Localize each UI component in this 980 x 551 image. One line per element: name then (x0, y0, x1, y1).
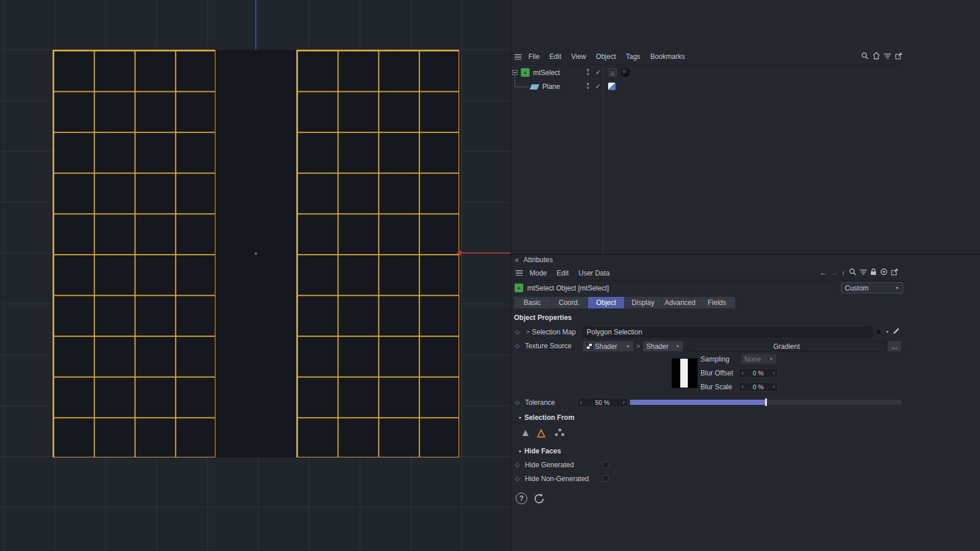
keyframe-diamond-icon: ◇ (515, 343, 520, 349)
attributes-object-title: mtSelect Object [mtSelect] (527, 284, 609, 292)
polygon-selection-source-icon[interactable]: △ (537, 427, 545, 438)
selection-tag-drop-icon[interactable]: ▲ (875, 327, 882, 334)
popout-icon[interactable] (891, 269, 898, 277)
tab-object[interactable]: Object (588, 297, 625, 308)
popout-icon[interactable] (895, 53, 902, 61)
shader-sub-dropdown-value: Shader (646, 342, 669, 351)
tab-fields[interactable]: Fields (699, 297, 736, 308)
increment-icon[interactable]: › (770, 370, 777, 376)
preset-dropdown-value: Custom (845, 284, 869, 292)
tolerance-value[interactable]: 50 % (584, 399, 621, 406)
home-icon[interactable] (873, 52, 880, 61)
hide-non-generated-checkbox[interactable] (602, 475, 609, 482)
increment-icon[interactable]: › (620, 399, 627, 405)
blur-scale-label: Blur Scale (700, 383, 732, 391)
collapse-triangle-icon: ▼ (518, 449, 522, 453)
help-icon[interactable]: ? (516, 493, 527, 504)
panel-menu-icon[interactable] (516, 270, 523, 276)
visibility-dots-icon[interactable] (586, 83, 590, 89)
up-arrow-icon[interactable]: ↑ (841, 269, 845, 277)
lock-icon[interactable] (870, 268, 877, 277)
sampling-dropdown-value: None (744, 355, 761, 363)
enable-check-icon[interactable]: ✓ (595, 83, 601, 90)
points-source-icon[interactable] (555, 429, 564, 436)
texture-source-dropdown[interactable]: Shader ▼ (583, 341, 634, 352)
texture-tag-icon[interactable] (621, 68, 629, 77)
search-icon[interactable] (861, 52, 869, 61)
polygons-source-icon[interactable]: ▲ (520, 427, 531, 438)
panel-menu-icon[interactable] (515, 54, 521, 59)
selection-tag-glyph: △ (610, 70, 614, 76)
tab-coord[interactable]: Coord. (551, 297, 588, 308)
attributes-tabs: Basic Coord. Object Display Advanced Fie… (514, 297, 736, 308)
menu-edit[interactable]: Edit (557, 269, 569, 277)
gradient-shader-button-label: Gradient (773, 342, 800, 351)
tab-display[interactable]: Display (625, 297, 662, 308)
object-properties-title: Object Properties (514, 314, 572, 322)
object-name-plane[interactable]: Plane (542, 83, 560, 91)
object-row-plane[interactable]: Plane ✓ (511, 80, 904, 93)
keyframe-diamond-icon: ◇ (515, 462, 520, 468)
tab-basic[interactable]: Basic (514, 297, 551, 308)
object-name-mtselect[interactable]: mtSelect (533, 69, 560, 77)
cinema4d-window: File Edit View Object Tags Bookmarks ▲ m… (0, 0, 980, 551)
filter-icon[interactable] (860, 269, 867, 277)
selected-polygons-right (296, 50, 459, 457)
help-glyph: ? (519, 494, 523, 502)
edit-pencil-icon[interactable] (893, 327, 900, 336)
tolerance-slider-handle[interactable] (765, 399, 767, 406)
attributes-toolbar-icons: ← → ↑ (819, 268, 898, 277)
menu-bookmarks[interactable]: Bookmarks (650, 53, 685, 61)
selection-map-field[interactable]: Polygon Selection (583, 327, 873, 337)
tolerance-stepper[interactable]: ‹ 50 % › (577, 397, 628, 407)
menu-mode[interactable]: Mode (530, 269, 547, 277)
chevron-down-icon: ▼ (626, 344, 630, 348)
refresh-icon[interactable] (533, 493, 545, 507)
menu-object[interactable]: Object (596, 53, 616, 61)
annotation-arrow-head (456, 250, 461, 256)
expand-chevron[interactable]: > (526, 328, 530, 335)
blur-offset-stepper[interactable]: ‹ 0 % › (739, 368, 778, 378)
shader-sub-dropdown[interactable]: Shader ▼ (643, 341, 683, 352)
gradient-preview-thumbnail[interactable] (672, 358, 698, 388)
back-arrow-icon[interactable]: ← (819, 269, 827, 277)
texture-source-label: Texture Source (525, 342, 572, 350)
visibility-dots-icon[interactable] (586, 69, 590, 75)
preset-dropdown[interactable]: Custom ▼ (841, 282, 903, 293)
menu-view[interactable]: View (571, 53, 586, 61)
selection-from-section-header[interactable]: ▼ Selection From (518, 414, 575, 422)
sampling-dropdown[interactable]: None ▼ (741, 353, 777, 364)
viewport[interactable] (0, 0, 511, 551)
hide-generated-checkbox[interactable] (602, 461, 609, 468)
filter-icon[interactable] (884, 53, 891, 61)
menu-file[interactable]: File (528, 53, 539, 61)
attributes-header: × Attributes (511, 254, 904, 266)
keyframe-diamond-icon: ◇ (515, 476, 520, 482)
blur-scale-stepper[interactable]: ‹ 0 % › (739, 382, 778, 392)
object-row-mtselect[interactable]: ▲ mtSelect ✓ △ (511, 66, 904, 79)
search-icon[interactable] (849, 268, 856, 277)
shader-more-button[interactable]: ... (888, 341, 901, 352)
increment-icon[interactable]: › (770, 384, 777, 390)
menu-edit[interactable]: Edit (549, 53, 561, 61)
menu-user-data[interactable]: User Data (579, 269, 610, 277)
decrement-icon[interactable]: ‹ (739, 384, 746, 390)
gear-icon[interactable] (880, 268, 888, 277)
hide-faces-section-header[interactable]: ▼ Hide Faces (518, 447, 561, 455)
forward-arrow-icon[interactable]: → (830, 269, 838, 277)
uvw-tag-icon[interactable] (608, 83, 616, 90)
blur-offset-value[interactable]: 0 % (746, 370, 771, 377)
decrement-icon[interactable]: ‹ (577, 399, 584, 405)
mtselect-object-icon: ▲ (515, 284, 523, 292)
tolerance-slider[interactable] (630, 400, 901, 405)
menu-tags[interactable]: Tags (626, 53, 640, 61)
selected-polygons-left (53, 50, 215, 457)
close-icon[interactable]: × (515, 256, 519, 265)
decrement-icon[interactable]: ‹ (739, 370, 746, 376)
chevron-down-icon[interactable]: ▼ (885, 330, 889, 334)
tab-advanced[interactable]: Advanced (662, 297, 699, 308)
blur-scale-value[interactable]: 0 % (746, 384, 771, 390)
gradient-shader-button[interactable]: Gradient (688, 341, 885, 352)
selection-tag-icon[interactable]: △ (608, 68, 617, 77)
enable-check-icon[interactable]: ✓ (595, 69, 601, 76)
